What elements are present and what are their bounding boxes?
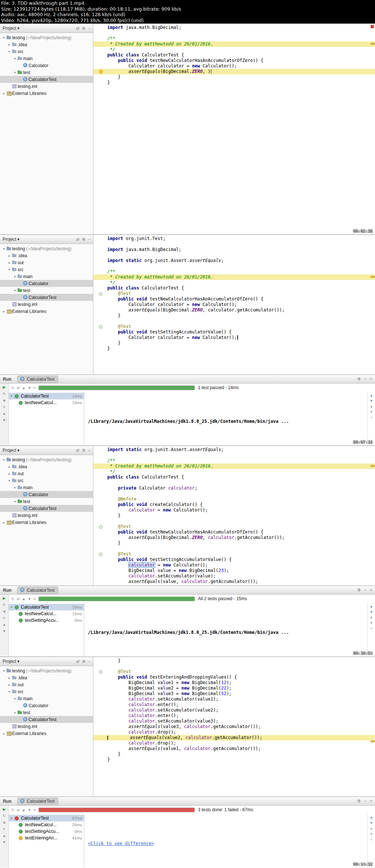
tree-expand-arrow[interactable]: ▸ bbox=[7, 472, 12, 476]
run-settings-icon[interactable] bbox=[357, 377, 361, 381]
tree-expand-arrow[interactable]: ▸ bbox=[7, 261, 12, 265]
chevron-down-icon[interactable] bbox=[17, 659, 19, 664]
test-tree-item[interactable]: CalculatorTest 15ms bbox=[9, 604, 84, 610]
previous-occurrence-icon[interactable] bbox=[370, 827, 373, 830]
editor-gutter[interactable] bbox=[93, 485, 106, 491]
project-tree-item[interactable]: testing.iml bbox=[0, 83, 93, 90]
editor-gutter[interactable] bbox=[93, 80, 106, 85]
rerun-tests-button[interactable] bbox=[3, 807, 6, 811]
editor-gutter[interactable] bbox=[93, 496, 106, 502]
next-test-icon[interactable] bbox=[3, 629, 6, 633]
close-icon[interactable] bbox=[370, 588, 372, 592]
sort-icon[interactable] bbox=[34, 808, 36, 812]
editor-gutter[interactable] bbox=[93, 247, 106, 252]
editor-gutter[interactable] bbox=[93, 291, 106, 296]
editor-gutter[interactable] bbox=[93, 236, 106, 241]
run-settings-icon[interactable] bbox=[357, 799, 361, 804]
rerun-icon[interactable] bbox=[11, 597, 14, 601]
editor-gutter[interactable] bbox=[93, 713, 106, 719]
project-tree-item[interactable]: CalculatorTest bbox=[0, 76, 93, 83]
tree-expand-arrow[interactable]: ▸ bbox=[1, 310, 6, 313]
editor-gutter[interactable] bbox=[93, 540, 106, 546]
project-panel-header[interactable]: Project bbox=[0, 24, 93, 33]
project-tree-item[interactable]: testing.iml bbox=[0, 301, 93, 308]
project-tree-item[interactable]: ▾ main bbox=[0, 273, 93, 280]
project-tree-item[interactable]: ▾ src bbox=[0, 266, 93, 273]
project-tree-item[interactable]: Calculator bbox=[0, 491, 93, 498]
project-tree-item[interactable]: ▾ main bbox=[0, 695, 93, 702]
project-tree-item[interactable]: ▾ testing (~/IdeaProjects/testing) bbox=[0, 667, 93, 674]
editor-gutter[interactable] bbox=[93, 507, 106, 513]
editor-gutter[interactable] bbox=[93, 735, 106, 740]
tree-expand-arrow[interactable]: ▸ bbox=[7, 683, 12, 687]
scroll-to-top-icon[interactable] bbox=[370, 816, 373, 819]
editor-gutter[interactable] bbox=[93, 74, 106, 80]
tree-expand-arrow[interactable]: ▾ bbox=[1, 247, 6, 251]
scroll-to-bottom-icon[interactable] bbox=[370, 821, 373, 825]
editor-gutter[interactable] bbox=[93, 529, 106, 535]
rerun-tests-button[interactable] bbox=[3, 596, 6, 600]
project-panel-header[interactable]: Project bbox=[0, 235, 93, 244]
project-tree-item[interactable]: ▸ .idea bbox=[0, 252, 93, 259]
editor-gutter[interactable] bbox=[93, 329, 106, 335]
editor-gutter[interactable] bbox=[93, 686, 106, 691]
sync-icon[interactable] bbox=[76, 659, 79, 664]
editor-gutter[interactable] bbox=[93, 302, 106, 307]
tree-expand-arrow[interactable] bbox=[11, 605, 15, 609]
editor-gutter[interactable] bbox=[93, 730, 106, 735]
editor-gutter[interactable] bbox=[93, 719, 106, 724]
editor-gutter[interactable] bbox=[93, 36, 106, 41]
scrollbar-marker[interactable] bbox=[371, 465, 375, 467]
scroll-to-bottom-icon[interactable] bbox=[370, 399, 373, 403]
editor-gutter[interactable] bbox=[93, 453, 106, 458]
editor-gutter[interactable] bbox=[93, 324, 106, 329]
project-tree-item[interactable]: ▾ test bbox=[0, 69, 93, 76]
scroll-to-bottom-icon[interactable] bbox=[370, 610, 373, 614]
editor-gutter[interactable] bbox=[93, 708, 106, 713]
track-test-icon[interactable] bbox=[16, 808, 19, 812]
editor-gutter[interactable] bbox=[93, 724, 106, 730]
tree-expand-arrow[interactable]: ▾ bbox=[1, 669, 6, 673]
editor-gutter[interactable] bbox=[93, 557, 106, 562]
tree-expand-arrow[interactable]: ▾ bbox=[7, 50, 12, 53]
scroll-to-top-icon[interactable] bbox=[370, 394, 373, 397]
project-tree-item[interactable]: ▾ test bbox=[0, 287, 93, 294]
project-tree-item[interactable]: ▸ External Libraries bbox=[0, 308, 93, 315]
tree-expand-arrow[interactable]: ▾ bbox=[12, 711, 17, 714]
previous-occurrence-icon[interactable] bbox=[370, 405, 373, 408]
previous-test-icon[interactable] bbox=[3, 411, 6, 415]
next-test-icon[interactable] bbox=[3, 840, 6, 844]
expand-icon[interactable] bbox=[28, 597, 31, 601]
project-panel-header[interactable]: Project bbox=[0, 657, 93, 666]
editor-gutter[interactable] bbox=[93, 69, 106, 74]
run-tab[interactable]: CalculatorTest bbox=[17, 587, 58, 594]
editor-gutter[interactable] bbox=[93, 535, 106, 540]
editor-gutter[interactable] bbox=[93, 524, 106, 529]
editor-gutter[interactable] bbox=[93, 41, 106, 47]
collapse-icon[interactable] bbox=[22, 808, 26, 812]
project-tree-item[interactable]: ▸ .idea bbox=[0, 41, 93, 48]
editor-gutter[interactable] bbox=[93, 757, 106, 762]
run-console[interactable]: /Library/Java/JavaVirtualMachines/jdk1.8… bbox=[84, 392, 367, 446]
rerun-failed-button[interactable] bbox=[3, 603, 5, 607]
editor-gutter[interactable] bbox=[93, 252, 106, 258]
rerun-tests-button[interactable] bbox=[3, 385, 6, 389]
editor-gutter[interactable] bbox=[93, 502, 106, 507]
editor-gutter[interactable] bbox=[93, 568, 106, 573]
editor-gutter[interactable] bbox=[93, 447, 106, 453]
scroll-to-top-icon[interactable] bbox=[370, 605, 373, 608]
next-test-icon[interactable] bbox=[3, 418, 6, 422]
test-tree-item[interactable]: testSettingAccu... 0ms bbox=[9, 617, 84, 624]
rerun-icon[interactable] bbox=[11, 386, 14, 390]
run-tab[interactable]: CalculatorTest bbox=[17, 376, 58, 383]
project-tree-item[interactable]: CalculatorTest bbox=[0, 716, 93, 723]
code-editor[interactable]: import java.math.BigDecimal; bbox=[93, 24, 375, 234]
collapse-all-icon[interactable] bbox=[88, 659, 90, 664]
project-tree-item[interactable]: ▾ testing (~/IdeaProjects/testing) bbox=[0, 34, 93, 41]
editor-gutter[interactable] bbox=[93, 491, 106, 496]
editor-gutter[interactable] bbox=[93, 746, 106, 751]
editor-gutter[interactable] bbox=[93, 52, 106, 58]
project-tree-item[interactable]: Calculator bbox=[0, 280, 93, 287]
project-tree-item[interactable]: ▸ External Libraries bbox=[0, 730, 93, 737]
stop-button[interactable] bbox=[3, 398, 5, 402]
